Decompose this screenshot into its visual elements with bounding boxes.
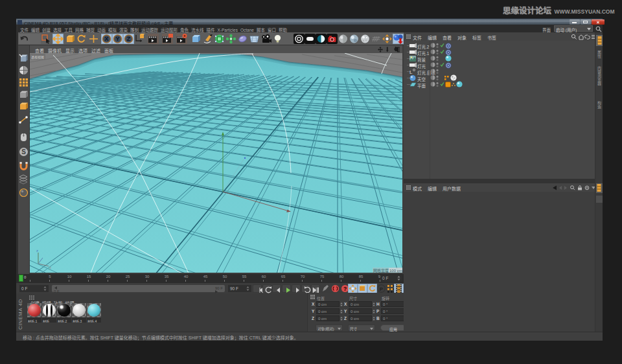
- svg-text:网格宽度: 网格宽度: [373, 268, 389, 273]
- svg-text:Y: Y: [115, 36, 119, 42]
- svg-text:L: L: [409, 69, 413, 75]
- svg-text:x: x: [49, 266, 51, 269]
- svg-text:P: P: [380, 286, 384, 292]
- svg-text:100 cm: 100 cm: [389, 269, 402, 273]
- svg-text:z: z: [36, 249, 38, 253]
- svg-text:?: ?: [343, 285, 347, 291]
- svg-text:X: X: [104, 36, 108, 42]
- svg-text:Z: Z: [127, 36, 131, 42]
- svg-text:S: S: [21, 148, 26, 155]
